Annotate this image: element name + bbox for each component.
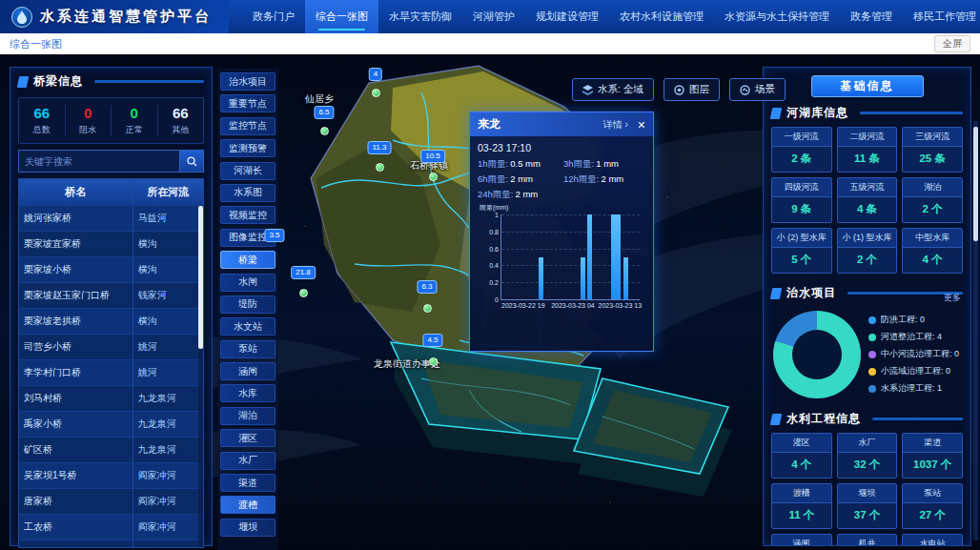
stat-card[interactable]: 水厂 32 个 [837,433,898,479]
app-root: 水系连通智慧管护平台 政务门户 综合一张图 水旱灾害防御 河湖管护 规划建设管理… [0,0,980,550]
layer-menu-item[interactable]: 堰坝 [220,519,276,537]
layer-menu-item[interactable]: 监控节点 [220,117,276,135]
table-row[interactable]: 白银桥 阎家冲河 [19,540,203,548]
chart-bar[interactable] [581,257,585,300]
layer-menu-item[interactable]: 水库 [220,384,276,402]
chart-bar[interactable] [611,214,616,299]
table-row[interactable]: 姚河张家桥 马益河 [19,205,203,231]
stat-card[interactable]: 湖泊 2 个 [902,177,963,223]
stat-card[interactable]: 小 (2) 型水库 5 个 [771,228,832,274]
table-row[interactable]: 刘马村桥 九龙泉河 [19,385,203,411]
nav-item[interactable]: 移民工作管理 [903,0,980,33]
breadcrumb[interactable]: 综合一张图 [10,37,62,51]
table-row[interactable]: 司营乡小桥 姚河 [19,334,203,359]
nav-item[interactable]: 水资源与水土保持管理 [714,0,840,33]
station-dot-marker[interactable] [376,163,384,172]
legend-dot-icon [868,368,876,376]
layer-menu-item[interactable]: 堤防 [220,295,276,314]
stat-card[interactable]: 五级河流 4 条 [837,177,898,223]
search-input[interactable] [18,150,179,173]
bridge-stat: 0 正常 [112,105,158,136]
layer-menu-item[interactable]: 视频监控 [220,206,276,224]
table-row[interactable]: 禹家小桥 九龙泉河 [19,411,203,437]
stat-card[interactable]: 二级河流 11 条 [837,127,898,173]
rain-value-marker[interactable]: 21.8 [291,266,316,279]
station-dot-marker[interactable] [429,357,438,366]
nav-item[interactable]: 规划建设管理 [525,0,609,33]
watersystem-scope-button[interactable]: 水系: 全域 [572,78,654,101]
layer-menu-item[interactable]: 渡槽 [220,496,276,514]
table-scrollbar[interactable] [198,206,203,547]
nav-item[interactable]: 综合一张图 [305,0,378,33]
nav-item[interactable]: 水旱灾害防御 [378,0,462,33]
station-dot-marker[interactable] [423,304,432,313]
stat-card[interactable]: 中型水库 4 个 [902,228,963,274]
stat-card[interactable]: 渡槽 11 个 [771,483,832,529]
station-dot-marker[interactable] [299,289,308,297]
layer-menu-item[interactable]: 水厂 [220,452,276,470]
table-row[interactable]: 吴家坝1号桥 阎家冲河 [19,462,203,488]
nav-item[interactable]: 政务门户 [242,0,305,33]
search-button[interactable] [179,150,204,173]
nav-item[interactable]: 农村水利设施管理 [609,0,714,33]
table-row[interactable]: 栗家坡小桥 横沟 [19,256,203,282]
table-row[interactable]: 李学村门口桥 姚河 [19,359,203,385]
projects-more-link[interactable]: 更多 [944,292,961,304]
rain-value-marker[interactable]: 6.3 [417,280,437,294]
layer-menu-item[interactable]: 涵闸 [220,362,276,380]
scene-circle-icon [740,85,750,95]
stat-card[interactable]: 机井 66 个 [837,534,898,546]
table-row[interactable]: 栗家坡赵玉家门口桥 钱家河 [19,282,203,308]
basic-info-button[interactable]: 基础信息 [811,75,924,97]
scene-toggle-button[interactable]: 场景 [729,78,786,101]
chart-bar[interactable] [623,257,628,300]
stat-card[interactable]: 三级河流 25 条 [902,127,963,173]
table-row[interactable]: 栗家坡宜家桥 横沟 [19,231,203,256]
chart-bar[interactable] [539,257,543,300]
stat-card[interactable]: 泵站 27 个 [902,483,963,529]
layer-menu-item[interactable]: 渠道 [220,474,276,492]
table-row[interactable]: 唐家桥 阎家冲河 [19,488,203,514]
stat-card[interactable]: 渠道 1037 个 [902,433,963,479]
fullscreen-button[interactable]: 全屏 [934,35,970,52]
layers-toggle-button[interactable]: 图层 [664,78,720,101]
layer-menu-item[interactable]: 水闸 [220,274,276,292]
station-dot-marker[interactable] [372,89,380,97]
layer-menu-item[interactable]: 水文站 [220,317,276,336]
rain-value-marker[interactable]: 4.5 [422,334,442,347]
rain-value-marker[interactable]: 6.5 [314,106,334,119]
page-scrollbar[interactable] [973,121,978,540]
close-icon[interactable]: × [638,118,645,132]
nav-item[interactable]: 政务管理 [840,0,903,33]
layer-menu-item[interactable]: 河湖长 [220,162,276,180]
rain-value-marker[interactable]: 11.3 [368,141,392,154]
rain-value-marker[interactable]: 4 [369,68,382,81]
stat-card[interactable]: 涵闸 47 个 [771,534,832,546]
stat-card[interactable]: 水电站 3 个 [902,534,963,546]
chart-bar[interactable] [587,214,592,299]
layer-menu-item[interactable]: 水系图 [220,184,276,202]
station-dot-marker[interactable] [429,173,438,181]
table-row[interactable]: 工农桥 阎家冲河 [19,514,203,540]
table-row[interactable]: 矿区桥 九龙泉河 [19,437,203,462]
table-row[interactable]: 栗家坡老拱桥 横沟 [19,308,203,334]
stat-card[interactable]: 一级河流 2 条 [771,127,832,173]
layer-menu-item[interactable]: 监测预警 [220,139,276,157]
popup-detail-link[interactable]: 详情 › [603,118,628,132]
chart-bar[interactable] [616,214,621,299]
rain-value-marker[interactable]: 10.5 [420,150,445,163]
stat-card[interactable]: 小 (1) 型水库 2 个 [837,228,898,274]
stat-card[interactable]: 灌区 4 个 [771,433,832,479]
stat-card[interactable]: 四级河流 9 条 [771,177,832,223]
layer-menu-item[interactable]: 灌区 [220,429,276,447]
layer-menu-item[interactable]: 治水项目 [220,72,276,91]
layer-menu-item[interactable]: 桥梁 [220,251,276,269]
station-dot-marker[interactable] [320,127,329,135]
stat-card[interactable]: 堰坝 37 个 [837,483,898,529]
nav-item[interactable]: 河湖管护 [462,0,525,33]
layer-menu-item[interactable]: 泵站 [220,340,276,358]
rain-value-marker[interactable]: 3.5 [264,229,284,242]
layer-menu-item[interactable]: 湖泊 [220,407,276,425]
projects-donut-chart[interactable] [773,311,861,398]
layer-menu-item[interactable]: 重要节点 [220,94,276,112]
